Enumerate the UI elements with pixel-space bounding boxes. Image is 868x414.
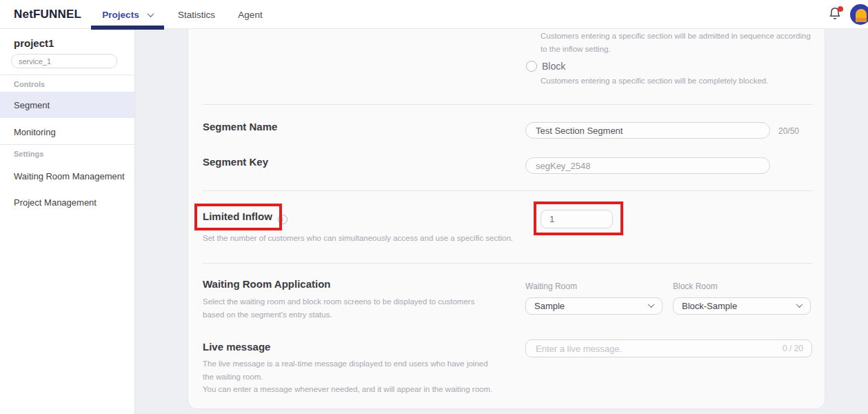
notification-button[interactable] bbox=[828, 7, 843, 22]
waiting-room-select-value: Sample bbox=[534, 301, 565, 311]
service-selector-value: service_1 bbox=[19, 57, 51, 66]
sidebar-item-monitoring[interactable]: Monitoring bbox=[0, 119, 134, 145]
tab-agent[interactable]: Agent bbox=[229, 0, 272, 29]
live-message-input[interactable] bbox=[525, 339, 812, 357]
section-divider bbox=[203, 190, 813, 191]
user-avatar[interactable] bbox=[850, 4, 868, 25]
block-radio[interactable] bbox=[526, 61, 537, 72]
block-radio-label: Block bbox=[542, 61, 565, 72]
tab-statistics-label: Statistics bbox=[178, 10, 215, 20]
segment-key-input[interactable] bbox=[525, 157, 770, 174]
block-option-description: Customers entering a specific section wi… bbox=[541, 75, 830, 88]
waiting-room-select[interactable]: Sample bbox=[525, 297, 663, 315]
chevron-down-icon bbox=[147, 10, 154, 17]
sidebar-item-waiting-room-management[interactable]: Waiting Room Management bbox=[0, 163, 134, 189]
segment-name-counter: 20/50 bbox=[778, 126, 799, 136]
section-divider bbox=[203, 263, 813, 264]
service-selector[interactable]: service_1 bbox=[11, 54, 117, 68]
sidebar: project1 service_1 Controls Segment Moni… bbox=[0, 29, 135, 414]
tab-projects[interactable]: Projects bbox=[91, 0, 164, 29]
admit-option-description: Customers entering a specific section wi… bbox=[541, 30, 818, 56]
limited-inflow-description: Set the number of customers who can simu… bbox=[203, 232, 589, 245]
info-circle-icon[interactable]: i bbox=[278, 215, 287, 224]
sidebar-divider bbox=[0, 144, 135, 145]
project-name: project1 bbox=[14, 37, 54, 49]
limited-inflow-input[interactable] bbox=[541, 210, 613, 228]
chevron-down-icon bbox=[796, 301, 803, 308]
block-room-select[interactable]: Block-Sample bbox=[673, 297, 811, 315]
netfunnel-logo: NetFUNNEL bbox=[14, 8, 81, 21]
live-message-label: Live message bbox=[203, 341, 270, 353]
sidebar-divider bbox=[0, 75, 135, 75]
live-message-description-1: The live message is a real-time message … bbox=[203, 357, 495, 384]
tab-statistics[interactable]: Statistics bbox=[170, 0, 223, 29]
tab-agent-label: Agent bbox=[238, 10, 262, 20]
notification-unread-dot bbox=[838, 6, 843, 12]
tab-projects-label: Projects bbox=[102, 10, 139, 20]
app-frame: NetFUNNEL Projects Statistics Agent proj… bbox=[0, 0, 868, 414]
segment-settings-panel: Customers entering a specific section wi… bbox=[188, 29, 825, 409]
block-room-select-value: Block-Sample bbox=[682, 301, 737, 311]
live-message-counter: 0 / 20 bbox=[783, 344, 803, 353]
segment-key-label: Segment Key bbox=[203, 156, 268, 168]
sidebar-item-segment[interactable]: Segment bbox=[0, 92, 134, 118]
waiting-room-application-label: Waiting Room Application bbox=[203, 278, 331, 290]
sidebar-heading-settings: Settings bbox=[14, 150, 43, 158]
waiting-room-select-label: Waiting Room bbox=[525, 282, 577, 291]
block-room-select-label: Block Room bbox=[673, 282, 718, 291]
active-tab-indicator bbox=[91, 26, 164, 30]
segment-name-input[interactable] bbox=[525, 122, 770, 139]
waiting-room-application-description: Select the waiting room and block room s… bbox=[203, 295, 498, 322]
avatar-graphic bbox=[856, 9, 867, 18]
top-navbar: NetFUNNEL Projects Statistics Agent bbox=[0, 0, 868, 29]
live-message-description-2: You can enter a message whenever needed,… bbox=[203, 383, 547, 396]
segment-name-label: Segment Name bbox=[203, 121, 277, 132]
sidebar-heading-controls: Controls bbox=[14, 80, 45, 88]
section-divider bbox=[203, 104, 813, 105]
limited-inflow-label: Limited Inflow bbox=[203, 210, 272, 222]
chevron-down-icon bbox=[648, 301, 655, 308]
sidebar-item-project-management[interactable]: Project Management bbox=[0, 189, 134, 215]
